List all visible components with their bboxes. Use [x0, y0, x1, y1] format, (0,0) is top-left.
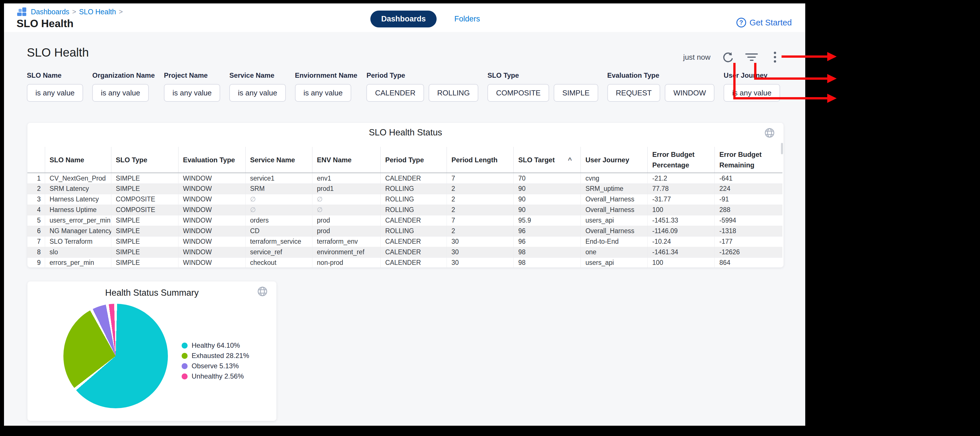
table-cell[interactable]: ROLLING	[380, 226, 447, 236]
table-vertical-scrollbar[interactable]	[781, 143, 783, 154]
refresh-icon[interactable]	[722, 51, 734, 64]
filter-value-button[interactable]: CALENDER	[366, 84, 424, 102]
table-cell[interactable]: WINDOW	[178, 173, 245, 184]
table-cell[interactable]: terraform_service	[245, 236, 312, 247]
table-cell[interactable]: WINDOW	[178, 226, 245, 236]
column-header[interactable]: Error Budget Percentage	[648, 147, 715, 173]
table-cell[interactable]: cvng	[581, 173, 648, 184]
table-cell[interactable]: WINDOW	[178, 204, 245, 215]
filter-value-button[interactable]: SIMPLE	[554, 84, 598, 102]
table-cell[interactable]: 288	[715, 204, 783, 215]
column-header[interactable]: Error Budget Remaining	[715, 147, 783, 173]
table-cell[interactable]: Overall_Harness	[581, 194, 648, 204]
table-cell[interactable]: 864	[715, 257, 783, 267]
table-cell[interactable]: 96	[514, 236, 581, 247]
table-cell[interactable]: 2	[447, 204, 514, 215]
table-cell[interactable]: errors_per_min	[45, 257, 111, 267]
table-cell[interactable]: 100	[648, 257, 715, 267]
table-cell[interactable]: prod1	[312, 184, 380, 194]
table-cell[interactable]: WINDOW	[178, 247, 245, 257]
table-cell[interactable]: SRM_uptime	[581, 184, 648, 194]
table-cell[interactable]: 90	[514, 204, 581, 215]
table-cell[interactable]: service1	[245, 173, 312, 184]
table-cell[interactable]: CALENDER	[380, 257, 447, 267]
filter-value-button[interactable]: is any value	[92, 84, 148, 102]
health-status-pie-chart[interactable]	[64, 304, 168, 408]
table-cell[interactable]: Harness Latency	[45, 194, 111, 204]
table-cell[interactable]: 98	[514, 247, 581, 257]
table-cell[interactable]: WINDOW	[178, 184, 245, 194]
breadcrumb-link-dashboards[interactable]: Dashboards	[31, 8, 69, 16]
table-cell[interactable]: ROLLING	[380, 194, 447, 204]
table-cell[interactable]: SIMPLE	[111, 215, 178, 226]
tab-dashboards[interactable]: Dashboards	[371, 11, 437, 27]
table-cell[interactable]: SRM Latency	[45, 184, 111, 194]
column-header[interactable]: SLO Type	[111, 147, 178, 173]
table-cell[interactable]: WINDOW	[178, 257, 245, 267]
table-cell[interactable]: CV_NextGen_Prod	[45, 173, 111, 184]
table-cell[interactable]: one	[581, 247, 648, 257]
column-header[interactable]: Period Type	[380, 147, 447, 173]
table-cell[interactable]: slo	[45, 247, 111, 257]
table-cell[interactable]: ROLLING	[380, 204, 447, 215]
filter-value-button[interactable]: REQUEST	[607, 84, 660, 102]
table-cell[interactable]: environment_ref	[312, 247, 380, 257]
table-cell[interactable]: 95.9	[514, 215, 581, 226]
table-cell[interactable]: 2	[447, 194, 514, 204]
column-header[interactable]: Period Length	[447, 147, 514, 173]
table-cell[interactable]: 7	[447, 215, 514, 226]
legend-item[interactable]: Exhausted 28.21%	[181, 352, 249, 360]
column-header[interactable]: Service Name	[245, 147, 312, 173]
table-cell[interactable]: -1451.33	[648, 215, 715, 226]
table-cell[interactable]: -1318	[715, 226, 783, 236]
table-cell[interactable]: -10.24	[648, 236, 715, 247]
legend-item[interactable]: Healthy 64.10%	[181, 342, 249, 350]
filter-value-button[interactable]: is any value	[229, 84, 286, 102]
table-cell[interactable]: COMPOSITE	[111, 204, 178, 215]
table-cell[interactable]: -5994	[715, 215, 783, 226]
table-cell[interactable]: users_error_per_min	[45, 215, 111, 226]
column-header[interactable]: SLO Name	[45, 147, 111, 173]
column-header[interactable]: ENV Name	[312, 147, 380, 173]
table-cell[interactable]: SIMPLE	[111, 226, 178, 236]
table-cell[interactable]: SIMPLE	[111, 173, 178, 184]
table-cell[interactable]: Overall_Harness	[581, 204, 648, 215]
filter-icon[interactable]	[745, 51, 758, 64]
filter-value-button[interactable]: is any value	[27, 84, 83, 102]
table-cell[interactable]: CALENDER	[380, 173, 447, 184]
table-cell[interactable]: -91	[715, 194, 783, 204]
table-cell[interactable]: 77.78	[648, 184, 715, 194]
table-cell[interactable]: Harness Uptime	[45, 204, 111, 215]
filter-value-button[interactable]: is any value	[164, 84, 220, 102]
table-cell[interactable]: SIMPLE	[111, 257, 178, 267]
table-cell[interactable]: ∅	[312, 194, 380, 204]
table-cell[interactable]: NG Manager Latency	[45, 226, 111, 236]
table-cell[interactable]: WINDOW	[178, 194, 245, 204]
column-header[interactable]: Evaluation Type	[178, 147, 245, 173]
table-cell[interactable]: -21.2	[648, 173, 715, 184]
breadcrumb-link-slo-health[interactable]: SLO Health	[79, 8, 116, 16]
kebab-menu-icon[interactable]	[769, 51, 781, 64]
table-cell[interactable]: env1	[312, 173, 380, 184]
table-cell[interactable]: ROLLING	[380, 184, 447, 194]
filter-value-button[interactable]: COMPOSITE	[487, 84, 549, 102]
table-cell[interactable]: terraform_env	[312, 236, 380, 247]
table-cell[interactable]: 224	[715, 184, 783, 194]
table-cell[interactable]: 96	[514, 226, 581, 236]
table-cell[interactable]: SIMPLE	[111, 236, 178, 247]
table-cell[interactable]: -31.77	[648, 194, 715, 204]
table-cell[interactable]: SLO Terraform	[45, 236, 111, 247]
table-cell[interactable]: 90	[514, 194, 581, 204]
table-cell[interactable]: COMPOSITE	[111, 194, 178, 204]
table-cell[interactable]: ∅	[312, 204, 380, 215]
filter-value-button[interactable]: ROLLING	[429, 84, 478, 102]
table-cell[interactable]: service_ref	[245, 247, 312, 257]
table-cell[interactable]: orders	[245, 215, 312, 226]
filter-value-button[interactable]: is any value	[295, 84, 351, 102]
filter-value-button[interactable]: WINDOW	[665, 84, 714, 102]
table-cell[interactable]: SIMPLE	[111, 247, 178, 257]
table-cell[interactable]: Overall_Harness	[581, 226, 648, 236]
table-cell[interactable]: 70	[514, 173, 581, 184]
table-cell[interactable]: 2	[447, 184, 514, 194]
table-cell[interactable]: 30	[447, 247, 514, 257]
